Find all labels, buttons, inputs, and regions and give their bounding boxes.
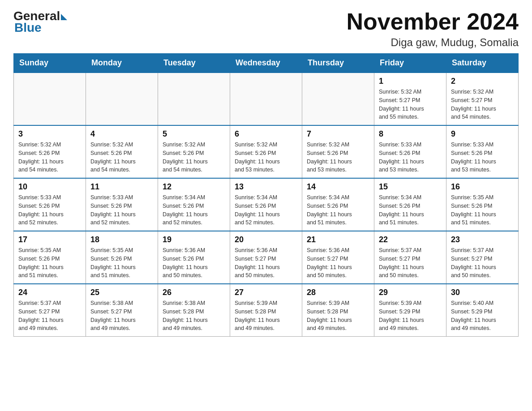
calendar-day-cell: 21Sunrise: 5:36 AM Sunset: 5:27 PM Dayli… [302,231,374,284]
day-info: Sunrise: 5:32 AM Sunset: 5:27 PM Dayligh… [379,88,442,121]
calendar-day-cell: 2Sunrise: 5:32 AM Sunset: 5:27 PM Daylig… [446,73,519,125]
day-number: 28 [307,288,369,297]
calendar-table: SundayMondayTuesdayWednesdayThursdayFrid… [13,53,519,337]
calendar-day-cell [158,73,230,125]
calendar-day-cell: 19Sunrise: 5:36 AM Sunset: 5:26 PM Dayli… [158,231,230,284]
calendar-day-cell: 15Sunrise: 5:34 AM Sunset: 5:26 PM Dayli… [374,178,446,231]
day-number: 27 [235,288,297,297]
day-number: 23 [451,235,514,244]
day-info: Sunrise: 5:33 AM Sunset: 5:26 PM Dayligh… [90,193,153,227]
day-number: 9 [451,129,514,139]
day-number: 29 [379,288,442,297]
day-info: Sunrise: 5:39 AM Sunset: 5:28 PM Dayligh… [307,299,369,333]
day-number: 30 [451,288,514,297]
day-number: 24 [18,288,81,297]
day-number: 13 [235,182,297,192]
day-number: 19 [163,235,225,244]
day-number: 15 [379,182,442,192]
calendar-day-cell: 27Sunrise: 5:39 AM Sunset: 5:28 PM Dayli… [230,284,302,337]
day-info: Sunrise: 5:33 AM Sunset: 5:26 PM Dayligh… [451,141,514,174]
calendar-day-cell [230,73,302,125]
day-info: Sunrise: 5:34 AM Sunset: 5:26 PM Dayligh… [307,193,369,227]
calendar-week-row: 1Sunrise: 5:32 AM Sunset: 5:27 PM Daylig… [14,73,519,125]
calendar-day-cell: 10Sunrise: 5:33 AM Sunset: 5:26 PM Dayli… [14,178,86,231]
day-info: Sunrise: 5:33 AM Sunset: 5:26 PM Dayligh… [379,141,442,174]
calendar-day-cell: 23Sunrise: 5:37 AM Sunset: 5:27 PM Dayli… [446,231,519,284]
calendar-day-cell: 1Sunrise: 5:32 AM Sunset: 5:27 PM Daylig… [374,73,446,125]
calendar-day-cell: 13Sunrise: 5:34 AM Sunset: 5:26 PM Dayli… [230,178,302,231]
day-number: 3 [18,129,81,139]
calendar-day-cell [86,73,158,125]
day-info: Sunrise: 5:32 AM Sunset: 5:26 PM Dayligh… [90,141,153,174]
day-info: Sunrise: 5:40 AM Sunset: 5:29 PM Dayligh… [451,299,514,333]
day-info: Sunrise: 5:37 AM Sunset: 5:27 PM Dayligh… [18,299,81,333]
logo-arrow-icon [61,14,67,20]
day-info: Sunrise: 5:35 AM Sunset: 5:26 PM Dayligh… [18,246,81,280]
page-header: General Blue November 2024 Diga gaw, Mud… [13,9,519,49]
day-info: Sunrise: 5:38 AM Sunset: 5:28 PM Dayligh… [163,299,225,333]
calendar-day-cell: 26Sunrise: 5:38 AM Sunset: 5:28 PM Dayli… [158,284,230,337]
day-number: 11 [90,182,153,192]
day-info: Sunrise: 5:32 AM Sunset: 5:26 PM Dayligh… [18,141,81,174]
calendar-day-cell: 25Sunrise: 5:38 AM Sunset: 5:27 PM Dayli… [86,284,158,337]
day-info: Sunrise: 5:39 AM Sunset: 5:28 PM Dayligh… [235,299,297,333]
calendar-day-cell: 24Sunrise: 5:37 AM Sunset: 5:27 PM Dayli… [14,284,86,337]
calendar-day-cell: 20Sunrise: 5:36 AM Sunset: 5:27 PM Dayli… [230,231,302,284]
day-info: Sunrise: 5:38 AM Sunset: 5:27 PM Dayligh… [90,299,153,333]
calendar-day-cell: 9Sunrise: 5:33 AM Sunset: 5:26 PM Daylig… [446,125,519,178]
day-number: 7 [307,129,369,139]
day-number: 10 [18,182,81,192]
day-info: Sunrise: 5:34 AM Sunset: 5:26 PM Dayligh… [163,193,225,227]
calendar-day-cell: 11Sunrise: 5:33 AM Sunset: 5:26 PM Dayli… [86,178,158,231]
day-number: 4 [90,129,153,139]
calendar-day-cell [302,73,374,125]
weekday-header-wednesday: Wednesday [230,54,302,73]
calendar-week-row: 10Sunrise: 5:33 AM Sunset: 5:26 PM Dayli… [14,178,519,231]
calendar-day-cell: 5Sunrise: 5:32 AM Sunset: 5:26 PM Daylig… [158,125,230,178]
calendar-day-cell: 17Sunrise: 5:35 AM Sunset: 5:26 PM Dayli… [14,231,86,284]
day-info: Sunrise: 5:32 AM Sunset: 5:26 PM Dayligh… [307,141,369,174]
calendar-day-cell: 18Sunrise: 5:35 AM Sunset: 5:26 PM Dayli… [86,231,158,284]
calendar-day-cell [14,73,86,125]
calendar-subtitle: Diga gaw, Mudug, Somalia [347,36,519,49]
day-number: 1 [379,77,442,86]
day-info: Sunrise: 5:34 AM Sunset: 5:26 PM Dayligh… [379,193,442,227]
weekday-header-sunday: Sunday [14,54,86,73]
calendar-day-cell: 14Sunrise: 5:34 AM Sunset: 5:26 PM Dayli… [302,178,374,231]
weekday-header-row: SundayMondayTuesdayWednesdayThursdayFrid… [14,54,519,73]
calendar-week-row: 24Sunrise: 5:37 AM Sunset: 5:27 PM Dayli… [14,284,519,337]
day-info: Sunrise: 5:35 AM Sunset: 5:26 PM Dayligh… [451,193,514,227]
logo: General Blue [13,9,67,35]
logo-blue-text: Blue [14,21,67,35]
weekday-header-friday: Friday [374,54,446,73]
day-number: 21 [307,235,369,244]
calendar-day-cell: 22Sunrise: 5:37 AM Sunset: 5:27 PM Dayli… [374,231,446,284]
calendar-day-cell: 29Sunrise: 5:39 AM Sunset: 5:29 PM Dayli… [374,284,446,337]
weekday-header-thursday: Thursday [302,54,374,73]
day-info: Sunrise: 5:36 AM Sunset: 5:26 PM Dayligh… [163,246,225,280]
day-info: Sunrise: 5:32 AM Sunset: 5:26 PM Dayligh… [163,141,225,174]
day-info: Sunrise: 5:36 AM Sunset: 5:27 PM Dayligh… [235,246,297,280]
calendar-day-cell: 8Sunrise: 5:33 AM Sunset: 5:26 PM Daylig… [374,125,446,178]
calendar-week-row: 3Sunrise: 5:32 AM Sunset: 5:26 PM Daylig… [14,125,519,178]
day-number: 22 [379,235,442,244]
day-number: 16 [451,182,514,192]
day-number: 26 [163,288,225,297]
calendar-day-cell: 3Sunrise: 5:32 AM Sunset: 5:26 PM Daylig… [14,125,86,178]
day-info: Sunrise: 5:35 AM Sunset: 5:26 PM Dayligh… [90,246,153,280]
calendar-day-cell: 12Sunrise: 5:34 AM Sunset: 5:26 PM Dayli… [158,178,230,231]
calendar-day-cell: 6Sunrise: 5:32 AM Sunset: 5:26 PM Daylig… [230,125,302,178]
day-info: Sunrise: 5:39 AM Sunset: 5:29 PM Dayligh… [379,299,442,333]
day-info: Sunrise: 5:32 AM Sunset: 5:26 PM Dayligh… [235,141,297,174]
day-number: 2 [451,77,514,86]
calendar-day-cell: 4Sunrise: 5:32 AM Sunset: 5:26 PM Daylig… [86,125,158,178]
weekday-header-saturday: Saturday [446,54,519,73]
day-info: Sunrise: 5:34 AM Sunset: 5:26 PM Dayligh… [235,193,297,227]
day-number: 14 [307,182,369,192]
day-number: 6 [235,129,297,139]
day-info: Sunrise: 5:32 AM Sunset: 5:27 PM Dayligh… [451,88,514,121]
calendar-day-cell: 30Sunrise: 5:40 AM Sunset: 5:29 PM Dayli… [446,284,519,337]
weekday-header-monday: Monday [86,54,158,73]
day-number: 20 [235,235,297,244]
day-info: Sunrise: 5:36 AM Sunset: 5:27 PM Dayligh… [307,246,369,280]
